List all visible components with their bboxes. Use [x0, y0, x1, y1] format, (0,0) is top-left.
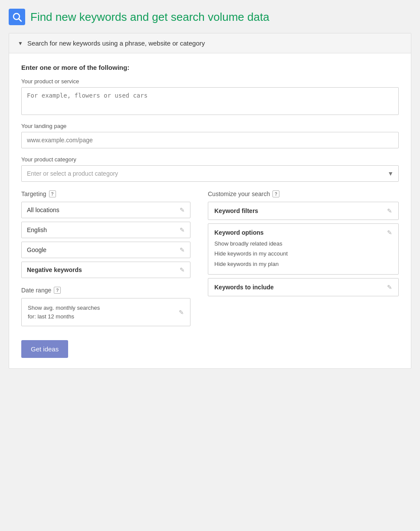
targeting-negative-keywords-text: Negative keywords [27, 266, 82, 273]
customize-section-label: Customize your search ? [208, 190, 399, 197]
date-range-help-icon[interactable]: ? [54, 287, 61, 294]
keywords-to-include-title: Keywords to include [214, 284, 274, 291]
two-col-section: Targeting ? All locations ✎ English ✎ Go… [21, 190, 399, 326]
product-category-label: Your product category [21, 156, 399, 163]
product-service-input[interactable] [21, 87, 399, 115]
page-title: Find new keywords and get search volume … [30, 10, 269, 24]
right-column: Customize your search ? Keyword filters … [208, 190, 399, 326]
targeting-item-locations[interactable]: All locations ✎ [21, 202, 190, 218]
product-category-group: Your product category Enter or select a … [21, 156, 399, 182]
targeting-item-network[interactable]: Google ✎ [21, 242, 190, 258]
form-body: Enter one or more of the following: Your… [9, 53, 411, 368]
landing-page-input[interactable] [21, 132, 399, 148]
date-range-label-text: Date range [21, 287, 51, 294]
keyword-options-sub-1: Hide keywords in my account [214, 249, 392, 259]
keyword-options-item[interactable]: Keyword options ✎ Show broadly related i… [208, 223, 399, 275]
keyword-options-edit-icon: ✎ [387, 229, 392, 236]
product-category-select[interactable]: Enter or select a product category [21, 165, 399, 182]
product-service-label: Your product or service [21, 78, 399, 85]
keyword-options-header: Keyword options ✎ [214, 229, 392, 236]
collapse-arrow-icon: ▼ [18, 40, 23, 46]
customize-label-text: Customize your search [208, 190, 270, 197]
google-search-icon [9, 9, 25, 25]
main-card: ▼ Search for new keywords using a phrase… [9, 33, 411, 369]
customize-help-icon[interactable]: ? [272, 190, 279, 197]
date-range-text: Show avg. monthly searches for: last 12 … [28, 304, 100, 321]
category-wrapper: Enter or select a product category ▼ [21, 165, 399, 182]
keyword-filters-edit-icon: ✎ [387, 207, 392, 214]
keywords-to-include-item[interactable]: Keywords to include ✎ [208, 278, 399, 296]
date-range-section: Date range ? Show avg. monthly searches … [21, 287, 190, 326]
targeting-language-edit-icon: ✎ [180, 226, 185, 233]
targeting-help-icon[interactable]: ? [49, 190, 56, 197]
form-intro: Enter one or more of the following: [21, 64, 399, 71]
targeting-language-text: English [27, 226, 47, 233]
date-range-label: Date range ? [21, 287, 190, 294]
targeting-network-text: Google [27, 246, 46, 253]
keyword-options-sub-2: Hide keywords in my plan [214, 259, 392, 269]
landing-page-label: Your landing page [21, 123, 399, 129]
date-range-edit-icon: ✎ [179, 309, 184, 316]
targeting-network-edit-icon: ✎ [180, 246, 185, 253]
targeting-locations-text: All locations [27, 206, 59, 213]
targeting-label-text: Targeting [21, 190, 46, 197]
left-column: Targeting ? All locations ✎ English ✎ Go… [21, 190, 190, 326]
keyword-filters-header: Keyword filters ✎ [214, 207, 392, 214]
collapsible-header[interactable]: ▼ Search for new keywords using a phrase… [9, 33, 411, 53]
targeting-negative-keywords-edit-icon: ✎ [180, 266, 185, 273]
targeting-section-label: Targeting ? [21, 190, 190, 197]
keywords-to-include-header: Keywords to include ✎ [214, 284, 392, 291]
date-range-item[interactable]: Show avg. monthly searches for: last 12 … [21, 298, 190, 326]
collapsible-header-text: Search for new keywords using a phrase, … [27, 39, 205, 47]
keywords-to-include-edit-icon: ✎ [387, 284, 392, 291]
landing-page-group: Your landing page [21, 123, 399, 148]
targeting-item-negative-keywords[interactable]: Negative keywords ✎ [21, 262, 190, 278]
targeting-item-language[interactable]: English ✎ [21, 222, 190, 238]
get-ideas-button[interactable]: Get ideas [21, 340, 68, 358]
keyword-options-sub-0: Show broadly related ideas [214, 239, 392, 249]
svg-line-1 [19, 19, 22, 22]
keyword-filters-title: Keyword filters [214, 207, 258, 214]
targeting-locations-edit-icon: ✎ [180, 206, 185, 213]
keyword-filters-item[interactable]: Keyword filters ✎ [208, 202, 399, 220]
product-service-group: Your product or service [21, 78, 399, 115]
keyword-options-subs: Show broadly related ideas Hide keywords… [214, 239, 392, 269]
keyword-options-title: Keyword options [214, 229, 264, 236]
